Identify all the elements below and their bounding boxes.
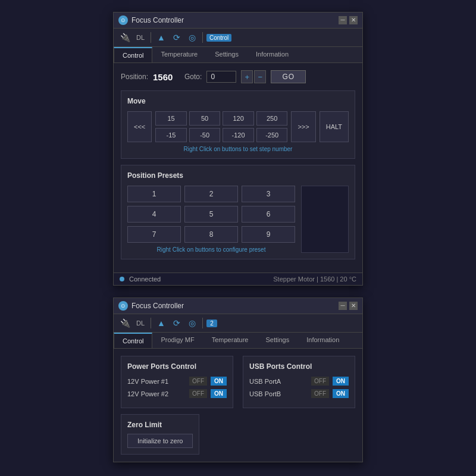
position-label: Position: [121,73,148,81]
tab-information-1[interactable]: Information [248,47,298,62]
preset-6-button[interactable]: 6 [242,206,295,223]
up-icon-2[interactable]: ▲ [155,317,168,330]
goto-label: Goto: [184,73,202,81]
usba-on-button[interactable]: ON [333,377,349,386]
preset-1-button[interactable]: 1 [127,186,181,202]
usb-label-b: USB PortB [249,390,308,397]
move-section: Move <<< 15 50 120 250 -15 -50 -120 -250 [121,90,355,159]
refresh-icon[interactable]: ⟳ [170,31,183,44]
window-title-2: Focus Controller [131,302,184,310]
usb-row-a: USB PortA OFF ON [249,377,349,386]
tab-bar-2: Control Prodigy MF Temperature Settings … [114,333,362,349]
settings-icon[interactable]: DL [134,31,147,44]
preset-side-panel [301,186,349,253]
connect-icon-2[interactable]: 🔌 [118,317,131,330]
separator-1 [151,32,151,43]
tab-control-1[interactable]: Control [114,47,152,62]
refresh-icon-2[interactable]: ⟳ [170,317,183,330]
preset-grid: 1 2 3 4 5 6 7 8 9 [127,186,295,243]
connected-indicator [120,277,124,281]
minimize-button-1[interactable]: ─ [339,16,347,24]
zero-title: Zero Limit [127,421,193,429]
tab-settings-2[interactable]: Settings [257,333,298,348]
toolbar-1: 🔌 DL ▲ ⟳ ◎ Control [114,29,362,47]
tab-temperature-1[interactable]: Temperature [152,47,206,62]
target-icon[interactable]: ◎ [186,31,199,44]
tab-settings-1[interactable]: Settings [206,47,248,62]
up-icon[interactable]: ▲ [155,31,168,44]
halt-button[interactable]: HALT [320,111,349,142]
step-neg250-button[interactable]: -250 [256,128,288,142]
preset-5-button[interactable]: 5 [184,206,238,223]
tab-prodigymf[interactable]: Prodigy MF [152,333,203,348]
initialize-zero-button[interactable]: Initialize to zero [127,434,193,448]
step-neg120-button[interactable]: -120 [223,128,254,142]
window-focus-controller-1: ⊙ Focus Controller ─ ✕ 🔌 DL ▲ ⟳ ◎ Contro… [113,12,363,286]
move-hint: Right Click on buttons to set step numbe… [127,146,349,152]
app-icon-2: ⊙ [118,301,128,311]
go-button[interactable]: GO [271,70,306,83]
increment-button[interactable]: + [241,70,253,83]
presets-section: Position Presets 1 2 3 4 5 6 7 8 9 Right… [121,165,355,259]
close-button-1[interactable]: ✕ [349,16,358,24]
move-right-button[interactable]: >>> [291,111,315,142]
zero-limit-section: Zero Limit Initialize to zero [121,414,199,455]
power2-on-button[interactable]: ON [211,389,227,398]
preset-7-button[interactable]: 7 [127,226,181,243]
badge-2: 2 [206,320,217,327]
position-row: Position: 1560 Goto: + − GO [121,70,355,83]
preset-3-button[interactable]: 3 [242,186,295,202]
inc-dec-group: + − [241,70,266,83]
step-neg50-button[interactable]: -50 [189,128,221,142]
power-title: Power Ports Control [127,362,227,371]
decrement-button[interactable]: − [254,70,266,83]
preset-9-button[interactable]: 9 [242,226,295,243]
tab-information-2[interactable]: Information [298,333,348,348]
move-left-button[interactable]: <<< [127,111,152,142]
tab-bar-1: Control Temperature Settings Information [114,47,362,63]
usba-off-button[interactable]: OFF [311,377,329,386]
connect-icon[interactable]: 🔌 [118,31,131,44]
usb-title: USB Ports Control [249,362,349,371]
tab-control-2[interactable]: Control [114,333,152,348]
preset-hint: Right Click on buttons to configure pres… [127,246,295,253]
usb-row-b: USB PortB OFF ON [249,389,349,398]
move-title: Move [127,97,349,105]
preset-8-button[interactable]: 8 [184,226,238,243]
step-50-button[interactable]: 50 [189,111,221,126]
power1-off-button[interactable]: OFF [189,377,207,386]
step-250-button[interactable]: 250 [256,111,288,126]
position-value: 1560 [153,72,180,82]
power-row-2: 12V Power #2 OFF ON [127,389,227,398]
content-area-2: Power Ports Control 12V Power #1 OFF ON … [114,349,362,462]
preset-4-button[interactable]: 4 [127,206,181,223]
move-center: 15 50 120 250 -15 -50 -120 -250 [155,111,287,142]
step-120-button[interactable]: 120 [223,111,254,126]
title-controls-2: ─ ✕ [339,302,358,310]
separator-3 [151,318,151,328]
halt-side: HALT [320,111,349,142]
minimize-button-2[interactable]: ─ [339,302,347,310]
status-info: Stepper Motor | 1560 | 20 °C [273,275,356,283]
close-button-2[interactable]: ✕ [349,302,358,310]
presets-grid-container: 1 2 3 4 5 6 7 8 9 Right Click on buttons… [127,186,295,253]
usbb-on-button[interactable]: ON [333,389,349,398]
status-bar-1: Connected Stepper Motor | 1560 | 20 °C [114,273,362,285]
title-bar-2: ⊙ Focus Controller ─ ✕ [114,298,362,314]
step-15-button[interactable]: 15 [155,111,187,126]
step-neg15-button[interactable]: -15 [155,128,187,142]
tab-temperature-2[interactable]: Temperature [203,333,258,348]
power2-off-button[interactable]: OFF [189,389,207,398]
usbb-off-button[interactable]: OFF [311,389,329,398]
separator-2 [202,32,203,43]
usb-label-a: USB PortA [249,378,308,385]
target-icon-2[interactable]: ◎ [186,317,199,330]
title-bar-1: ⊙ Focus Controller ─ ✕ [114,12,362,29]
negative-steps-row: -15 -50 -120 -250 [155,128,287,142]
goto-input[interactable] [206,71,236,83]
preset-2-button[interactable]: 2 [184,186,238,202]
power1-on-button[interactable]: ON [211,377,227,386]
app-icon: ⊙ [118,15,128,25]
window-focus-controller-2: ⊙ Focus Controller ─ ✕ 🔌 DL ▲ ⟳ ◎ 2 Cont… [113,298,363,462]
settings-icon-2[interactable]: DL [134,317,147,330]
